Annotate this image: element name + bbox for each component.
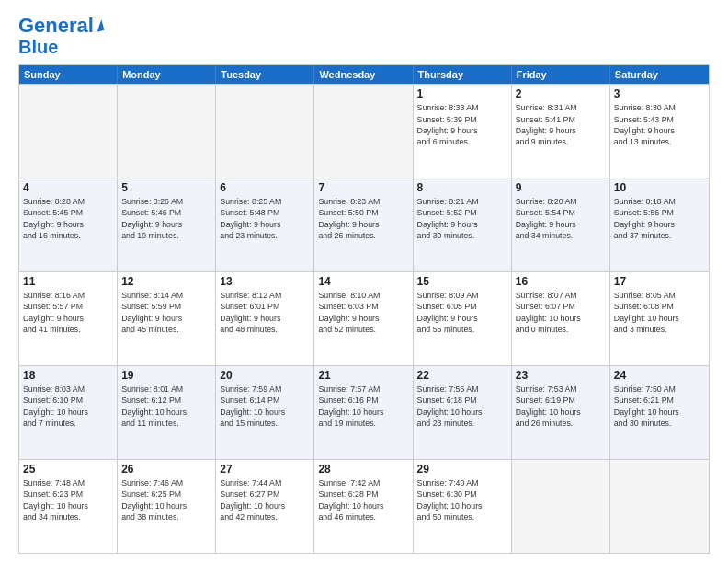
cell-info: Sunrise: 7:48 AM Sunset: 6:23 PM Dayligh… <box>23 477 113 523</box>
calendar-cell: 28Sunrise: 7:42 AM Sunset: 6:28 PM Dayli… <box>314 460 413 553</box>
header-day-monday: Monday <box>118 65 216 84</box>
cell-day-number: 27 <box>220 463 310 476</box>
cell-info: Sunrise: 8:18 AM Sunset: 5:56 PM Dayligh… <box>614 196 705 241</box>
cell-day-number: 18 <box>23 369 113 382</box>
cell-info: Sunrise: 7:44 AM Sunset: 6:27 PM Dayligh… <box>220 477 310 523</box>
calendar-row-3: 11Sunrise: 8:16 AM Sunset: 5:57 PM Dayli… <box>19 271 709 365</box>
cell-day-number: 4 <box>23 181 113 194</box>
cell-info: Sunrise: 7:42 AM Sunset: 6:28 PM Dayligh… <box>318 477 408 523</box>
header-day-tuesday: Tuesday <box>216 65 314 84</box>
page: General Blue SundayMondayTuesdayWednesda… <box>0 0 728 563</box>
cell-day-number: 20 <box>220 369 310 382</box>
cell-day-number: 29 <box>417 463 507 476</box>
cell-info: Sunrise: 7:57 AM Sunset: 6:16 PM Dayligh… <box>318 384 408 429</box>
cell-info: Sunrise: 8:10 AM Sunset: 6:03 PM Dayligh… <box>318 290 408 335</box>
cell-day-number: 23 <box>516 369 606 382</box>
calendar-cell: 18Sunrise: 8:03 AM Sunset: 6:10 PM Dayli… <box>19 366 118 459</box>
calendar-cell: 22Sunrise: 7:55 AM Sunset: 6:18 PM Dayli… <box>414 366 512 459</box>
cell-day-number: 22 <box>417 369 507 382</box>
calendar-cell: 12Sunrise: 8:14 AM Sunset: 5:59 PM Dayli… <box>118 272 216 365</box>
cell-info: Sunrise: 8:20 AM Sunset: 5:54 PM Dayligh… <box>516 196 606 241</box>
calendar-cell: 23Sunrise: 7:53 AM Sunset: 6:19 PM Dayli… <box>512 366 610 459</box>
calendar-cell: 24Sunrise: 7:50 AM Sunset: 6:21 PM Dayli… <box>610 366 709 459</box>
calendar-cell: 5Sunrise: 8:26 AM Sunset: 5:46 PM Daylig… <box>118 178 216 271</box>
cell-day-number: 24 <box>614 369 705 382</box>
logo-blue: Blue <box>18 37 58 57</box>
cell-info: Sunrise: 7:46 AM Sunset: 6:25 PM Dayligh… <box>121 477 211 523</box>
header-day-saturday: Saturday <box>610 65 709 84</box>
calendar-cell <box>314 85 413 178</box>
calendar-cell: 10Sunrise: 8:18 AM Sunset: 5:56 PM Dayli… <box>610 178 709 271</box>
calendar-cell: 1Sunrise: 8:33 AM Sunset: 5:39 PM Daylig… <box>414 85 512 178</box>
logo: General Blue <box>18 15 103 57</box>
cell-info: Sunrise: 8:07 AM Sunset: 6:07 PM Dayligh… <box>516 290 606 335</box>
header-day-sunday: Sunday <box>19 65 118 84</box>
header-day-thursday: Thursday <box>414 65 512 84</box>
calendar-body: 1Sunrise: 8:33 AM Sunset: 5:39 PM Daylig… <box>19 84 709 553</box>
calendar-cell: 21Sunrise: 7:57 AM Sunset: 6:16 PM Dayli… <box>314 366 413 459</box>
calendar-row-2: 4Sunrise: 8:28 AM Sunset: 5:45 PM Daylig… <box>19 178 709 271</box>
cell-info: Sunrise: 8:33 AM Sunset: 5:39 PM Dayligh… <box>417 102 507 147</box>
calendar-cell: 11Sunrise: 8:16 AM Sunset: 5:57 PM Dayli… <box>19 272 118 365</box>
cell-info: Sunrise: 8:25 AM Sunset: 5:48 PM Dayligh… <box>220 196 310 241</box>
logo-text: General <box>18 15 94 37</box>
cell-day-number: 21 <box>318 369 408 382</box>
cell-day-number: 10 <box>614 181 705 194</box>
cell-info: Sunrise: 7:50 AM Sunset: 6:21 PM Dayligh… <box>614 384 705 429</box>
cell-day-number: 15 <box>417 275 507 288</box>
calendar-cell <box>610 460 709 553</box>
calendar-cell <box>512 460 610 553</box>
cell-day-number: 25 <box>23 463 113 476</box>
cell-info: Sunrise: 8:26 AM Sunset: 5:46 PM Dayligh… <box>121 196 211 241</box>
calendar: SundayMondayTuesdayWednesdayThursdayFrid… <box>18 64 710 554</box>
calendar-cell <box>216 85 314 178</box>
cell-info: Sunrise: 8:16 AM Sunset: 5:57 PM Dayligh… <box>23 290 113 335</box>
logo-arrow-icon <box>95 19 105 32</box>
cell-info: Sunrise: 8:23 AM Sunset: 5:50 PM Dayligh… <box>318 196 408 241</box>
cell-info: Sunrise: 8:28 AM Sunset: 5:45 PM Dayligh… <box>23 196 113 241</box>
cell-info: Sunrise: 7:40 AM Sunset: 6:30 PM Dayligh… <box>417 477 507 523</box>
cell-info: Sunrise: 8:21 AM Sunset: 5:52 PM Dayligh… <box>417 196 507 241</box>
calendar-cell: 17Sunrise: 8:05 AM Sunset: 6:08 PM Dayli… <box>610 272 709 365</box>
calendar-cell: 27Sunrise: 7:44 AM Sunset: 6:27 PM Dayli… <box>216 460 314 553</box>
cell-day-number: 17 <box>614 275 705 288</box>
header: General Blue <box>18 15 710 57</box>
cell-day-number: 1 <box>417 87 507 100</box>
calendar-cell: 9Sunrise: 8:20 AM Sunset: 5:54 PM Daylig… <box>512 178 610 271</box>
cell-day-number: 19 <box>121 369 211 382</box>
cell-info: Sunrise: 8:14 AM Sunset: 5:59 PM Dayligh… <box>121 290 211 335</box>
calendar-cell: 4Sunrise: 8:28 AM Sunset: 5:45 PM Daylig… <box>19 178 118 271</box>
cell-info: Sunrise: 8:31 AM Sunset: 5:41 PM Dayligh… <box>516 102 606 147</box>
cell-info: Sunrise: 8:30 AM Sunset: 5:43 PM Dayligh… <box>614 102 705 147</box>
cell-day-number: 8 <box>417 181 507 194</box>
cell-day-number: 16 <box>516 275 606 288</box>
calendar-cell: 25Sunrise: 7:48 AM Sunset: 6:23 PM Dayli… <box>19 460 118 553</box>
calendar-cell <box>19 85 118 178</box>
cell-info: Sunrise: 8:05 AM Sunset: 6:08 PM Dayligh… <box>614 290 705 335</box>
cell-info: Sunrise: 7:53 AM Sunset: 6:19 PM Dayligh… <box>516 384 606 429</box>
header-day-wednesday: Wednesday <box>314 65 413 84</box>
cell-day-number: 7 <box>318 181 408 194</box>
calendar-cell: 19Sunrise: 8:01 AM Sunset: 6:12 PM Dayli… <box>118 366 216 459</box>
calendar-cell <box>118 85 216 178</box>
calendar-row-1: 1Sunrise: 8:33 AM Sunset: 5:39 PM Daylig… <box>19 84 709 178</box>
cell-day-number: 5 <box>121 181 211 194</box>
cell-day-number: 9 <box>516 181 606 194</box>
calendar-cell: 16Sunrise: 8:07 AM Sunset: 6:07 PM Dayli… <box>512 272 610 365</box>
calendar-cell: 8Sunrise: 8:21 AM Sunset: 5:52 PM Daylig… <box>414 178 512 271</box>
calendar-cell: 29Sunrise: 7:40 AM Sunset: 6:30 PM Dayli… <box>414 460 512 553</box>
calendar-row-4: 18Sunrise: 8:03 AM Sunset: 6:10 PM Dayli… <box>19 365 709 459</box>
header-day-friday: Friday <box>512 65 610 84</box>
cell-day-number: 14 <box>318 275 408 288</box>
calendar-cell: 2Sunrise: 8:31 AM Sunset: 5:41 PM Daylig… <box>512 85 610 178</box>
calendar-cell: 6Sunrise: 8:25 AM Sunset: 5:48 PM Daylig… <box>216 178 314 271</box>
cell-day-number: 11 <box>23 275 113 288</box>
calendar-cell: 13Sunrise: 8:12 AM Sunset: 6:01 PM Dayli… <box>216 272 314 365</box>
cell-day-number: 13 <box>220 275 310 288</box>
calendar-cell: 7Sunrise: 8:23 AM Sunset: 5:50 PM Daylig… <box>314 178 413 271</box>
cell-info: Sunrise: 8:12 AM Sunset: 6:01 PM Dayligh… <box>220 290 310 335</box>
cell-day-number: 3 <box>614 87 705 100</box>
calendar-cell: 14Sunrise: 8:10 AM Sunset: 6:03 PM Dayli… <box>314 272 413 365</box>
calendar-cell: 26Sunrise: 7:46 AM Sunset: 6:25 PM Dayli… <box>118 460 216 553</box>
calendar-cell: 3Sunrise: 8:30 AM Sunset: 5:43 PM Daylig… <box>610 85 709 178</box>
